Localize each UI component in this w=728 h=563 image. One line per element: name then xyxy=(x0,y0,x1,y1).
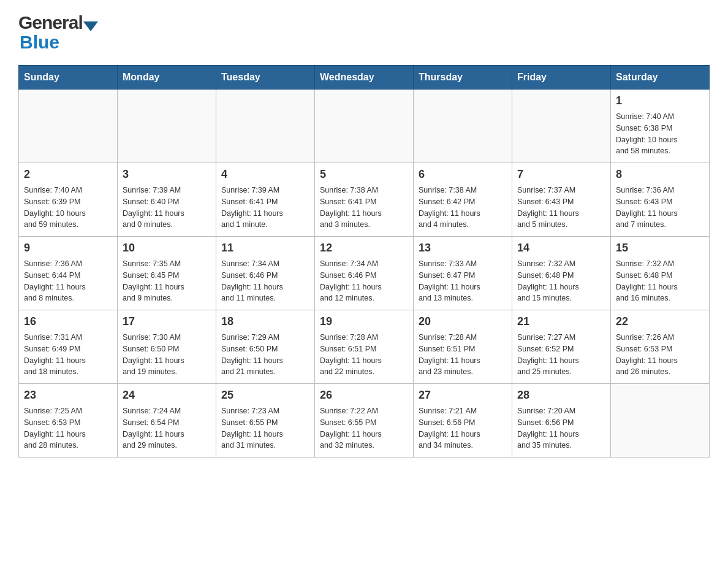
calendar-cell: 21Sunrise: 7:27 AM Sunset: 6:52 PM Dayli… xyxy=(512,310,611,384)
day-number: 1 xyxy=(616,93,704,109)
logo-area: General Blue xyxy=(18,12,98,53)
logo-triangle-icon xyxy=(83,21,98,31)
calendar-cell: 26Sunrise: 7:22 AM Sunset: 6:55 PM Dayli… xyxy=(315,384,414,458)
day-info: Sunrise: 7:32 AM Sunset: 6:48 PM Dayligh… xyxy=(616,258,704,304)
day-number: 16 xyxy=(24,314,112,329)
calendar-cell: 13Sunrise: 7:33 AM Sunset: 6:47 PM Dayli… xyxy=(414,237,512,310)
calendar-cell: 20Sunrise: 7:28 AM Sunset: 6:51 PM Dayli… xyxy=(414,310,512,384)
calendar-cell: 18Sunrise: 7:29 AM Sunset: 6:50 PM Dayli… xyxy=(216,310,315,384)
day-info: Sunrise: 7:22 AM Sunset: 6:55 PM Dayligh… xyxy=(320,405,408,451)
calendar-cell: 23Sunrise: 7:25 AM Sunset: 6:53 PM Dayli… xyxy=(19,384,118,458)
day-header-saturday: Saturday xyxy=(611,66,710,90)
calendar-cell: 16Sunrise: 7:31 AM Sunset: 6:49 PM Dayli… xyxy=(19,310,118,384)
day-number: 12 xyxy=(320,240,408,256)
day-number: 2 xyxy=(24,167,112,182)
day-number: 24 xyxy=(123,388,211,403)
week-row-1: 1Sunrise: 7:40 AM Sunset: 6:38 PM Daylig… xyxy=(19,90,710,163)
day-info: Sunrise: 7:21 AM Sunset: 6:56 PM Dayligh… xyxy=(419,405,507,451)
day-info: Sunrise: 7:29 AM Sunset: 6:50 PM Dayligh… xyxy=(221,332,309,378)
calendar-cell: 27Sunrise: 7:21 AM Sunset: 6:56 PM Dayli… xyxy=(414,384,512,458)
day-number: 6 xyxy=(419,167,507,182)
day-info: Sunrise: 7:25 AM Sunset: 6:53 PM Dayligh… xyxy=(24,405,112,451)
day-number: 10 xyxy=(123,240,211,256)
week-row-2: 2Sunrise: 7:40 AM Sunset: 6:39 PM Daylig… xyxy=(19,163,710,237)
week-row-3: 9Sunrise: 7:36 AM Sunset: 6:44 PM Daylig… xyxy=(19,237,710,310)
day-number: 28 xyxy=(517,388,605,403)
calendar-table: SundayMondayTuesdayWednesdayThursdayFrid… xyxy=(18,65,710,458)
day-number: 3 xyxy=(123,167,211,182)
day-header-friday: Friday xyxy=(512,66,611,90)
calendar-cell: 15Sunrise: 7:32 AM Sunset: 6:48 PM Dayli… xyxy=(611,237,710,310)
week-row-4: 16Sunrise: 7:31 AM Sunset: 6:49 PM Dayli… xyxy=(19,310,710,384)
calendar-header: SundayMondayTuesdayWednesdayThursdayFrid… xyxy=(19,66,710,90)
calendar-body: 1Sunrise: 7:40 AM Sunset: 6:38 PM Daylig… xyxy=(19,90,710,458)
day-info: Sunrise: 7:37 AM Sunset: 6:43 PM Dayligh… xyxy=(517,185,605,231)
day-info: Sunrise: 7:32 AM Sunset: 6:48 PM Dayligh… xyxy=(517,258,605,304)
day-header-sunday: Sunday xyxy=(19,66,118,90)
calendar-cell: 17Sunrise: 7:30 AM Sunset: 6:50 PM Dayli… xyxy=(118,310,216,384)
day-number: 23 xyxy=(24,388,112,403)
day-number: 25 xyxy=(221,388,309,403)
day-info: Sunrise: 7:28 AM Sunset: 6:51 PM Dayligh… xyxy=(419,332,507,378)
day-header-monday: Monday xyxy=(118,66,216,90)
day-number: 27 xyxy=(419,388,507,403)
calendar-cell: 9Sunrise: 7:36 AM Sunset: 6:44 PM Daylig… xyxy=(19,237,118,310)
day-info: Sunrise: 7:24 AM Sunset: 6:54 PM Dayligh… xyxy=(123,405,211,451)
day-header-tuesday: Tuesday xyxy=(216,66,315,90)
day-info: Sunrise: 7:38 AM Sunset: 6:41 PM Dayligh… xyxy=(320,185,408,231)
day-number: 9 xyxy=(24,240,112,256)
day-number: 22 xyxy=(616,314,704,329)
day-info: Sunrise: 7:30 AM Sunset: 6:50 PM Dayligh… xyxy=(123,332,211,378)
calendar-cell xyxy=(118,90,216,163)
logo: General xyxy=(18,12,98,33)
day-number: 26 xyxy=(320,388,408,403)
day-info: Sunrise: 7:39 AM Sunset: 6:40 PM Dayligh… xyxy=(123,185,211,231)
day-number: 7 xyxy=(517,167,605,182)
day-number: 8 xyxy=(616,167,704,182)
day-info: Sunrise: 7:34 AM Sunset: 6:46 PM Dayligh… xyxy=(320,258,408,304)
calendar-cell: 10Sunrise: 7:35 AM Sunset: 6:45 PM Dayli… xyxy=(118,237,216,310)
day-number: 17 xyxy=(123,314,211,329)
day-number: 19 xyxy=(320,314,408,329)
day-info: Sunrise: 7:28 AM Sunset: 6:51 PM Dayligh… xyxy=(320,332,408,378)
calendar-cell xyxy=(414,90,512,163)
day-number: 11 xyxy=(221,240,309,256)
day-header-wednesday: Wednesday xyxy=(315,66,414,90)
calendar-cell: 6Sunrise: 7:38 AM Sunset: 6:42 PM Daylig… xyxy=(414,163,512,237)
calendar-cell: 11Sunrise: 7:34 AM Sunset: 6:46 PM Dayli… xyxy=(216,237,315,310)
calendar-cell xyxy=(512,90,611,163)
day-number: 4 xyxy=(221,167,309,182)
day-info: Sunrise: 7:20 AM Sunset: 6:56 PM Dayligh… xyxy=(517,405,605,451)
day-number: 14 xyxy=(517,240,605,256)
calendar-cell: 5Sunrise: 7:38 AM Sunset: 6:41 PM Daylig… xyxy=(315,163,414,237)
day-info: Sunrise: 7:38 AM Sunset: 6:42 PM Dayligh… xyxy=(419,185,507,231)
calendar-cell xyxy=(611,384,710,458)
calendar-cell: 28Sunrise: 7:20 AM Sunset: 6:56 PM Dayli… xyxy=(512,384,611,458)
day-info: Sunrise: 7:34 AM Sunset: 6:46 PM Dayligh… xyxy=(221,258,309,304)
calendar-cell: 4Sunrise: 7:39 AM Sunset: 6:41 PM Daylig… xyxy=(216,163,315,237)
day-info: Sunrise: 7:36 AM Sunset: 6:44 PM Dayligh… xyxy=(24,258,112,304)
calendar-cell: 12Sunrise: 7:34 AM Sunset: 6:46 PM Dayli… xyxy=(315,237,414,310)
calendar-cell: 8Sunrise: 7:36 AM Sunset: 6:43 PM Daylig… xyxy=(611,163,710,237)
day-info: Sunrise: 7:36 AM Sunset: 6:43 PM Dayligh… xyxy=(616,185,704,231)
logo-blue-text: Blue xyxy=(20,32,59,52)
calendar-cell: 7Sunrise: 7:37 AM Sunset: 6:43 PM Daylig… xyxy=(512,163,611,237)
calendar-cell: 3Sunrise: 7:39 AM Sunset: 6:40 PM Daylig… xyxy=(118,163,216,237)
week-row-5: 23Sunrise: 7:25 AM Sunset: 6:53 PM Dayli… xyxy=(19,384,710,458)
day-info: Sunrise: 7:35 AM Sunset: 6:45 PM Dayligh… xyxy=(123,258,211,304)
day-info: Sunrise: 7:23 AM Sunset: 6:55 PM Dayligh… xyxy=(221,405,309,451)
day-header-thursday: Thursday xyxy=(414,66,512,90)
day-info: Sunrise: 7:31 AM Sunset: 6:49 PM Dayligh… xyxy=(24,332,112,378)
day-number: 15 xyxy=(616,240,704,256)
day-number: 20 xyxy=(419,314,507,329)
day-info: Sunrise: 7:33 AM Sunset: 6:47 PM Dayligh… xyxy=(419,258,507,304)
calendar-cell xyxy=(315,90,414,163)
day-info: Sunrise: 7:39 AM Sunset: 6:41 PM Dayligh… xyxy=(221,185,309,231)
page-header: General Blue xyxy=(18,12,710,53)
logo-general-text: General xyxy=(18,12,83,33)
day-info: Sunrise: 7:40 AM Sunset: 6:39 PM Dayligh… xyxy=(24,185,112,231)
day-info: Sunrise: 7:27 AM Sunset: 6:52 PM Dayligh… xyxy=(517,332,605,378)
day-info: Sunrise: 7:26 AM Sunset: 6:53 PM Dayligh… xyxy=(616,332,704,378)
calendar-cell xyxy=(216,90,315,163)
calendar-cell: 22Sunrise: 7:26 AM Sunset: 6:53 PM Dayli… xyxy=(611,310,710,384)
